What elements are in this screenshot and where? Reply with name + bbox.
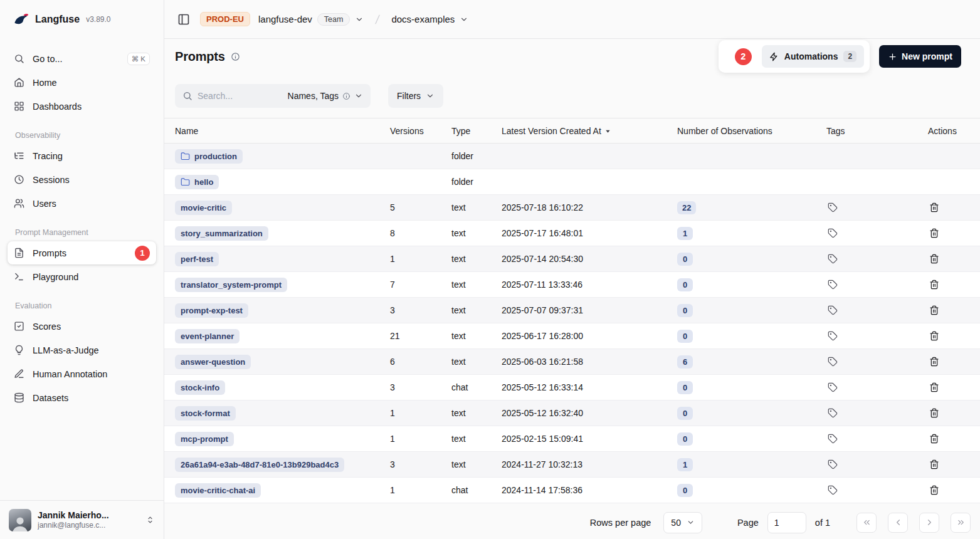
row-tag-button[interactable] [826,227,839,239]
column-header-versions[interactable]: Versions [384,118,445,144]
sidebar-item-prompts[interactable]: Prompts 1 [8,241,156,264]
column-header-name[interactable]: Name [164,118,384,144]
table-row[interactable]: perf-test1text2025-07-14 20:54:300 [164,246,980,272]
sidebar-item-datasets[interactable]: Datasets [8,386,156,409]
table-row[interactable]: movie-critic5text2025-07-18 16:10:2222 [164,195,980,221]
row-delete-button[interactable] [928,201,940,214]
row-tag-button[interactable] [826,201,839,214]
column-header-created-at[interactable]: Latest Version Created At [495,118,671,144]
environment-badge[interactable]: PROD-EU [200,12,250,26]
last-page-button[interactable] [951,513,971,533]
observations-count-badge: 0 [677,484,693,497]
info-icon[interactable] [231,52,240,61]
filters-button[interactable]: Filters [388,84,443,108]
sidebar-item-home[interactable]: Home [8,71,156,94]
prompt-name-badge[interactable]: stock-format [175,406,236,421]
prompt-name-label: event-planner [181,332,234,341]
type-cell: text [445,323,495,349]
table-row[interactable]: 26a61a94-e3ab-48d7-81e0-13b929bad4c33tex… [164,452,980,478]
table-row[interactable]: productionfolder [164,144,980,169]
versions-cell: 3 [384,375,445,400]
row-delete-button[interactable] [928,381,940,394]
column-header-observations[interactable]: Number of Observations [671,118,820,144]
brand[interactable]: Langfuse v3.89.0 [0,0,164,39]
new-prompt-button[interactable]: New prompt [879,45,961,68]
prompt-name-badge[interactable]: answer-question [175,355,251,369]
prompt-name-badge[interactable]: movie-critic [175,201,232,215]
automations-button[interactable]: Automations 2 [762,45,864,68]
prompt-name-label: 26a61a94-e3ab-48d7-81e0-13b929bad4c3 [181,460,339,469]
row-tag-button[interactable] [826,355,839,368]
prompt-name-badge[interactable]: event-planner [175,329,240,343]
sidebar-item-scores[interactable]: Scores [8,315,156,338]
prompt-name-badge[interactable]: hello [175,175,219,189]
prompt-name-badge[interactable]: movie-critic-chat-ai [175,483,261,498]
prompt-name-badge[interactable]: production [175,149,243,164]
prompt-name-badge[interactable]: translator_system-prompt [175,278,287,292]
row-delete-button[interactable] [928,253,940,265]
sidebar-item-human-annotation[interactable]: Human Annotation [8,362,156,385]
row-tag-button[interactable] [826,381,839,394]
table-row[interactable]: mcp-prompt1text2025-02-15 15:09:410 [164,426,980,452]
row-delete-button[interactable] [928,355,940,368]
column-header-tags[interactable]: Tags [820,118,922,144]
row-tag-button[interactable] [826,407,839,419]
sidebar-item-sessions[interactable]: Sessions [8,168,156,191]
row-delete-button[interactable] [928,227,940,239]
sidebar-item-dashboards[interactable]: Dashboards [8,95,156,118]
zap-icon [769,52,779,61]
prompt-name-badge[interactable]: perf-test [175,252,219,266]
search-box[interactable]: Names, Tags [175,84,371,108]
row-tag-button[interactable] [826,330,839,342]
column-header-type[interactable]: Type [445,118,495,144]
table-row[interactable]: movie-critic-chat-ai1chat2024-11-14 17:5… [164,478,980,503]
prompt-name-badge[interactable]: story_summarization [175,226,268,241]
table-row[interactable]: hellofolder [164,169,980,195]
page-number-input[interactable] [767,512,806,533]
sidebar-item-llm-judge[interactable]: LLM-as-a-Judge [8,338,156,362]
column-header-label: Latest Version Created At [502,126,601,136]
row-delete-button[interactable] [928,304,940,317]
search-scope-dropdown[interactable]: Names, Tags [288,91,363,101]
row-tag-button[interactable] [826,432,839,445]
row-delete-button[interactable] [928,484,940,496]
tag-icon [828,228,838,238]
prompt-name-badge[interactable]: 26a61a94-e3ab-48d7-81e0-13b929bad4c3 [175,458,344,472]
sidebar-toggle-button[interactable] [176,11,192,28]
first-page-button[interactable] [856,513,877,533]
row-delete-button[interactable] [928,432,940,445]
prompt-name-badge[interactable]: prompt-exp-test [175,303,248,318]
table-row[interactable]: translator_system-prompt7text2025-07-11 … [164,272,980,298]
rows-per-page-select[interactable]: 50 [663,512,702,533]
project-switcher[interactable]: docs-examples [391,14,468,24]
row-tag-button[interactable] [826,484,839,496]
table-row[interactable]: event-planner21text2025-06-17 16:28:000 [164,323,980,349]
row-delete-button[interactable] [928,407,940,419]
sidebar-item-goto[interactable]: Go to... ⌘ K [8,47,156,70]
user-menu[interactable]: Jannik Maierho... jannik@langfuse.c... [0,500,164,539]
sidebar-item-users[interactable]: Users [8,192,156,215]
sidebar-item-tracing[interactable]: Tracing [8,144,156,167]
row-delete-button[interactable] [928,330,940,342]
table-row[interactable]: stock-info3chat2025-05-12 16:33:140 [164,375,980,400]
table-row[interactable]: answer-question6text2025-06-03 16:21:586 [164,349,980,375]
org-switcher[interactable]: langfuse-dev Team [258,13,364,26]
table-row[interactable]: stock-format1text2025-05-12 16:32:400 [164,400,980,426]
row-tag-button[interactable] [826,458,839,471]
toolbar: Names, Tags Filters [164,84,980,108]
shortcut-badge: ⌘ K [127,53,150,65]
versions-cell: 5 [384,195,445,221]
next-page-button[interactable] [919,513,939,533]
prev-page-button[interactable] [888,513,908,533]
table-row[interactable]: prompt-exp-test3text2025-07-07 09:37:310 [164,298,980,323]
sidebar-item-playground[interactable]: Playground [8,265,156,288]
prompt-name-badge[interactable]: stock-info [175,380,225,395]
table-row[interactable]: story_summarization8text2025-07-17 16:48… [164,221,980,246]
row-delete-button[interactable] [928,278,940,291]
row-tag-button[interactable] [826,278,839,291]
row-tag-button[interactable] [826,304,839,317]
search-input[interactable] [198,91,283,101]
row-delete-button[interactable] [928,458,940,471]
prompt-name-badge[interactable]: mcp-prompt [175,432,234,446]
row-tag-button[interactable] [826,253,839,265]
